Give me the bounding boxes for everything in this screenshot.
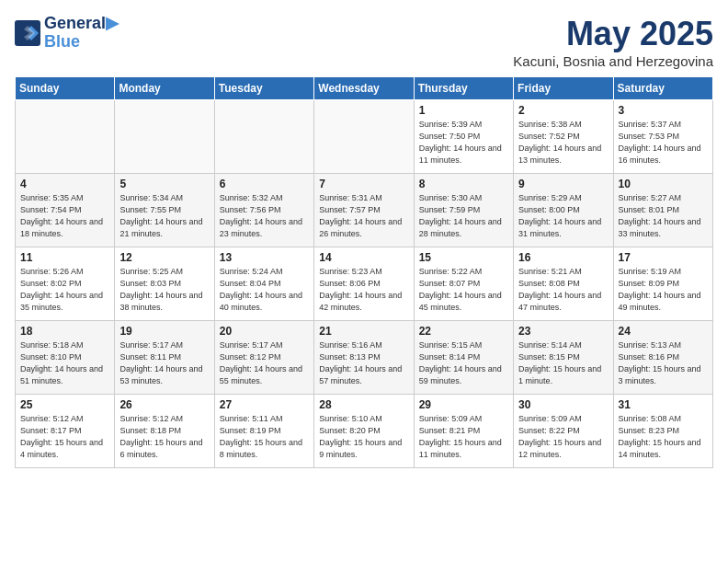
day-number: 15 <box>419 251 508 264</box>
calendar-cell: 9Sunrise: 5:29 AM Sunset: 8:00 PM Daylig… <box>514 174 613 247</box>
page-header: General▶ Blue May 2025 Kacuni, Bosnia an… <box>15 15 713 69</box>
day-number: 9 <box>518 178 608 190</box>
calendar-cell: 2Sunrise: 5:38 AM Sunset: 7:52 PM Daylig… <box>514 100 613 174</box>
header-wednesday: Wednesday <box>314 77 414 100</box>
calendar-week-2: 4Sunrise: 5:35 AM Sunset: 7:54 PM Daylig… <box>16 174 713 247</box>
calendar-cell: 3Sunrise: 5:37 AM Sunset: 7:53 PM Daylig… <box>613 100 712 174</box>
day-number: 3 <box>619 104 708 117</box>
day-number: 18 <box>20 325 109 338</box>
calendar-cell: 7Sunrise: 5:31 AM Sunset: 7:57 PM Daylig… <box>314 174 414 247</box>
day-content: Sunrise: 5:39 AM Sunset: 7:50 PM Dayligh… <box>419 119 508 167</box>
calendar-cell: 21Sunrise: 5:16 AM Sunset: 8:13 PM Dayli… <box>314 321 414 395</box>
header-sunday: Sunday <box>16 77 115 100</box>
day-number: 28 <box>319 398 408 411</box>
calendar-cell: 22Sunrise: 5:15 AM Sunset: 8:14 PM Dayli… <box>414 321 513 395</box>
logo-text: General▶ Blue <box>44 15 119 52</box>
calendar-cell: 16Sunrise: 5:21 AM Sunset: 8:08 PM Dayli… <box>514 247 613 321</box>
header-saturday: Saturday <box>613 77 712 100</box>
day-number: 31 <box>619 398 708 411</box>
day-content: Sunrise: 5:09 AM Sunset: 8:21 PM Dayligh… <box>419 413 508 461</box>
header-thursday: Thursday <box>414 77 513 100</box>
day-content: Sunrise: 5:29 AM Sunset: 8:00 PM Dayligh… <box>518 192 608 240</box>
day-number: 29 <box>419 398 508 411</box>
day-content: Sunrise: 5:12 AM Sunset: 8:17 PM Dayligh… <box>20 413 109 461</box>
calendar-cell: 30Sunrise: 5:09 AM Sunset: 8:22 PM Dayli… <box>514 395 613 468</box>
day-content: Sunrise: 5:17 AM Sunset: 8:12 PM Dayligh… <box>220 339 309 387</box>
calendar-cell: 19Sunrise: 5:17 AM Sunset: 8:11 PM Dayli… <box>115 321 214 395</box>
calendar-cell: 23Sunrise: 5:14 AM Sunset: 8:15 PM Dayli… <box>514 321 613 395</box>
day-content: Sunrise: 5:17 AM Sunset: 8:11 PM Dayligh… <box>119 339 209 387</box>
day-number: 1 <box>419 104 508 117</box>
calendar-cell: 28Sunrise: 5:10 AM Sunset: 8:20 PM Dayli… <box>314 395 414 468</box>
day-content: Sunrise: 5:27 AM Sunset: 8:01 PM Dayligh… <box>619 192 708 240</box>
day-content: Sunrise: 5:13 AM Sunset: 8:16 PM Dayligh… <box>619 339 708 387</box>
day-number: 24 <box>619 325 708 338</box>
calendar-cell: 14Sunrise: 5:23 AM Sunset: 8:06 PM Dayli… <box>314 247 414 321</box>
calendar-cell: 11Sunrise: 5:26 AM Sunset: 8:02 PM Dayli… <box>16 247 115 321</box>
day-number: 11 <box>20 251 109 264</box>
day-content: Sunrise: 5:23 AM Sunset: 8:06 PM Dayligh… <box>319 266 408 314</box>
day-number: 20 <box>220 325 309 338</box>
day-number: 4 <box>20 178 109 190</box>
day-content: Sunrise: 5:14 AM Sunset: 8:15 PM Dayligh… <box>518 339 608 387</box>
calendar-cell: 15Sunrise: 5:22 AM Sunset: 8:07 PM Dayli… <box>414 247 513 321</box>
day-content: Sunrise: 5:31 AM Sunset: 7:57 PM Dayligh… <box>319 192 408 240</box>
day-number: 6 <box>220 178 309 190</box>
day-number: 8 <box>419 178 508 190</box>
day-content: Sunrise: 5:09 AM Sunset: 8:22 PM Dayligh… <box>518 413 608 461</box>
calendar-cell: 8Sunrise: 5:30 AM Sunset: 7:59 PM Daylig… <box>414 174 513 247</box>
month-title: May 2025 <box>513 15 713 53</box>
day-number: 2 <box>518 104 608 117</box>
calendar-cell: 10Sunrise: 5:27 AM Sunset: 8:01 PM Dayli… <box>613 174 712 247</box>
logo: General▶ Blue <box>15 15 119 52</box>
day-content: Sunrise: 5:08 AM Sunset: 8:23 PM Dayligh… <box>619 413 708 461</box>
calendar-cell: 20Sunrise: 5:17 AM Sunset: 8:12 PM Dayli… <box>214 321 313 395</box>
day-number: 22 <box>419 325 508 338</box>
day-number: 5 <box>119 178 209 190</box>
day-number: 16 <box>518 251 608 264</box>
calendar-cell: 4Sunrise: 5:35 AM Sunset: 7:54 PM Daylig… <box>16 174 115 247</box>
calendar-cell: 17Sunrise: 5:19 AM Sunset: 8:09 PM Dayli… <box>613 247 712 321</box>
calendar-cell <box>314 100 414 174</box>
day-number: 30 <box>518 398 608 411</box>
day-number: 25 <box>20 398 109 411</box>
day-number: 26 <box>119 398 209 411</box>
calendar-cell: 31Sunrise: 5:08 AM Sunset: 8:23 PM Dayli… <box>613 395 712 468</box>
day-content: Sunrise: 5:38 AM Sunset: 7:52 PM Dayligh… <box>518 119 608 167</box>
location: Kacuni, Bosnia and Herzegovina <box>513 53 713 69</box>
calendar-cell: 27Sunrise: 5:11 AM Sunset: 8:19 PM Dayli… <box>214 395 313 468</box>
day-content: Sunrise: 5:32 AM Sunset: 7:56 PM Dayligh… <box>220 192 309 240</box>
calendar-week-5: 25Sunrise: 5:12 AM Sunset: 8:17 PM Dayli… <box>16 395 713 468</box>
day-content: Sunrise: 5:15 AM Sunset: 8:14 PM Dayligh… <box>419 339 508 387</box>
logo-icon <box>15 20 40 46</box>
day-content: Sunrise: 5:34 AM Sunset: 7:55 PM Dayligh… <box>119 192 209 240</box>
calendar-cell: 1Sunrise: 5:39 AM Sunset: 7:50 PM Daylig… <box>414 100 513 174</box>
day-content: Sunrise: 5:30 AM Sunset: 7:59 PM Dayligh… <box>419 192 508 240</box>
calendar-cell: 29Sunrise: 5:09 AM Sunset: 8:21 PM Dayli… <box>414 395 513 468</box>
day-content: Sunrise: 5:26 AM Sunset: 8:02 PM Dayligh… <box>20 266 109 314</box>
day-content: Sunrise: 5:12 AM Sunset: 8:18 PM Dayligh… <box>119 413 209 461</box>
calendar-cell <box>16 100 115 174</box>
day-content: Sunrise: 5:37 AM Sunset: 7:53 PM Dayligh… <box>619 119 708 167</box>
day-content: Sunrise: 5:16 AM Sunset: 8:13 PM Dayligh… <box>319 339 408 387</box>
day-number: 12 <box>119 251 209 264</box>
calendar-table: SundayMondayTuesdayWednesdayThursdayFrid… <box>15 76 713 468</box>
day-content: Sunrise: 5:25 AM Sunset: 8:03 PM Dayligh… <box>119 266 209 314</box>
day-number: 19 <box>119 325 209 338</box>
calendar-week-3: 11Sunrise: 5:26 AM Sunset: 8:02 PM Dayli… <box>16 247 713 321</box>
calendar-cell: 13Sunrise: 5:24 AM Sunset: 8:04 PM Dayli… <box>214 247 313 321</box>
calendar-cell: 5Sunrise: 5:34 AM Sunset: 7:55 PM Daylig… <box>115 174 214 247</box>
day-content: Sunrise: 5:21 AM Sunset: 8:08 PM Dayligh… <box>518 266 608 314</box>
header-monday: Monday <box>115 77 214 100</box>
day-content: Sunrise: 5:11 AM Sunset: 8:19 PM Dayligh… <box>220 413 309 461</box>
day-number: 23 <box>518 325 608 338</box>
calendar-cell: 6Sunrise: 5:32 AM Sunset: 7:56 PM Daylig… <box>214 174 313 247</box>
header-friday: Friday <box>514 77 613 100</box>
day-number: 21 <box>319 325 408 338</box>
calendar-cell: 18Sunrise: 5:18 AM Sunset: 8:10 PM Dayli… <box>16 321 115 395</box>
day-number: 10 <box>619 178 708 190</box>
calendar-week-4: 18Sunrise: 5:18 AM Sunset: 8:10 PM Dayli… <box>16 321 713 395</box>
header-tuesday: Tuesday <box>214 77 313 100</box>
day-content: Sunrise: 5:24 AM Sunset: 8:04 PM Dayligh… <box>220 266 309 314</box>
day-content: Sunrise: 5:10 AM Sunset: 8:20 PM Dayligh… <box>319 413 408 461</box>
